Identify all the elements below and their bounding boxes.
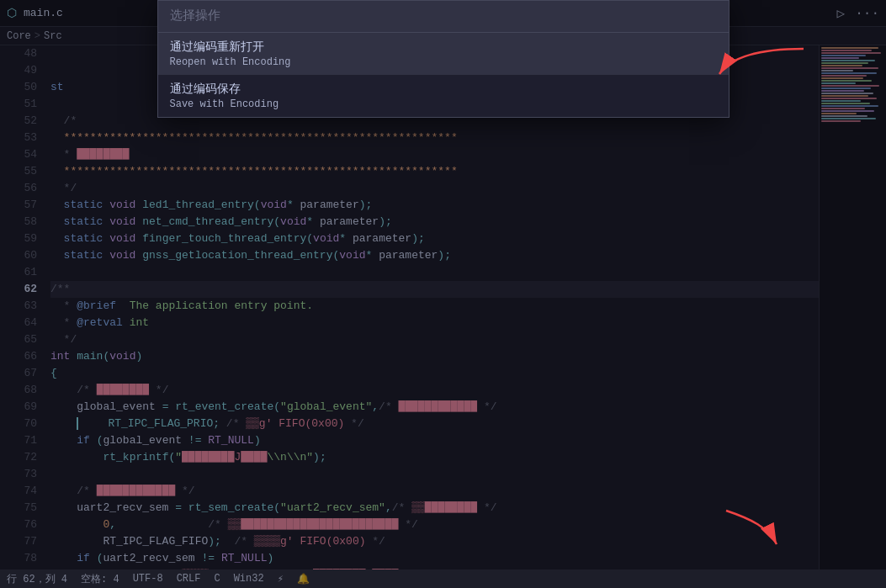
palette-item-reopen-en: Reopen with Encoding [170, 56, 717, 68]
palette-item-save-en: Save with Encoding [170, 98, 717, 110]
palette-item-save[interactable]: 通过编码保存 Save with Encoding [158, 75, 729, 117]
command-palette-input[interactable] [158, 1, 729, 32]
palette-item-reopen[interactable]: 通过编码重新打开 Reopen with Encoding [158, 33, 729, 75]
command-palette-input-wrap [158, 1, 729, 33]
command-palette-overlay[interactable]: 通过编码重新打开 Reopen with Encoding 通过编码保存 Sav… [0, 0, 886, 588]
palette-item-save-zh: 通过编码保存 [170, 82, 717, 97]
palette-item-reopen-zh: 通过编码重新打开 [170, 40, 717, 55]
command-palette: 通过编码重新打开 Reopen with Encoding 通过编码保存 Sav… [157, 0, 729, 118]
